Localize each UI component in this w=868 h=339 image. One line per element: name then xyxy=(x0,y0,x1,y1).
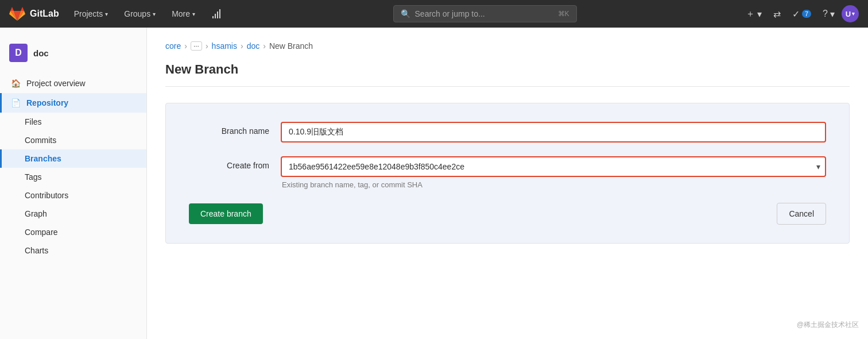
help-menu[interactable]: ? ▾ xyxy=(818,5,839,23)
projects-menu[interactable]: Projects ▾ xyxy=(68,6,114,22)
todo-icon[interactable]: ✓ 7 xyxy=(788,5,816,23)
create-from-input[interactable] xyxy=(281,156,826,177)
create-from-row: Create from ▾ Existing branch name, tag,… xyxy=(189,156,826,189)
chevron-down-icon: ▾ xyxy=(153,11,156,17)
svg-rect-1 xyxy=(215,14,216,18)
gitlab-wordmark: GitLab xyxy=(30,9,59,19)
breadcrumb: core › ··· › hsamis › doc › New Branch xyxy=(165,41,850,51)
create-from-hint: Existing branch name, tag, or commit SHA xyxy=(281,180,826,189)
search-bar[interactable]: 🔍 Search or jump to... ⌘K xyxy=(393,5,577,22)
todo-badge: 7 xyxy=(802,10,811,18)
project-header[interactable]: D doc xyxy=(0,37,146,69)
svg-rect-2 xyxy=(217,11,218,18)
svg-rect-0 xyxy=(212,16,214,18)
home-icon: 🏠 xyxy=(11,79,21,88)
repository-subnav: Files Commits Branches Tags Contributors… xyxy=(0,113,146,260)
sidebar-item-branches[interactable]: Branches xyxy=(0,149,146,168)
page-title: New Branch xyxy=(165,62,850,87)
create-from-field-container: ▾ xyxy=(281,156,826,177)
cancel-button[interactable]: Cancel xyxy=(777,203,826,225)
sidebar-navigation: 🏠 Project overview 📄 Repository Files Co… xyxy=(0,74,146,260)
watermark: @稀土掘金技术社区 xyxy=(797,320,859,330)
breadcrumb-separator: › xyxy=(184,41,187,51)
new-branch-form: Branch name Create from ▾ Existing branc… xyxy=(165,103,850,244)
chevron-down-icon: ▾ xyxy=(830,9,835,20)
branch-name-row: Branch name xyxy=(189,122,826,142)
breadcrumb-separator: › xyxy=(263,41,266,51)
branch-name-label: Branch name xyxy=(189,122,281,136)
search-icon: 🔍 xyxy=(401,9,410,18)
top-navigation: GitLab Projects ▾ Groups ▾ More ▾ 🔍 Sear… xyxy=(0,0,868,28)
activity-icon[interactable] xyxy=(206,5,228,23)
sidebar-item-tags[interactable]: Tags xyxy=(0,168,146,186)
groups-menu[interactable]: Groups ▾ xyxy=(118,6,161,22)
sidebar: D doc 🏠 Project overview 📄 Repository Fi… xyxy=(0,28,147,339)
more-menu[interactable]: More ▾ xyxy=(166,6,201,22)
project-avatar: D xyxy=(9,44,28,62)
create-from-label: Create from xyxy=(189,156,281,170)
sidebar-item-compare[interactable]: Compare xyxy=(0,223,146,241)
create-branch-button[interactable]: Create branch xyxy=(189,203,263,224)
gitlab-logo[interactable]: GitLab xyxy=(9,6,59,22)
merge-requests-icon[interactable]: ⇄ xyxy=(769,5,785,23)
chevron-down-icon: ▾ xyxy=(757,9,762,20)
sidebar-item-project-overview[interactable]: 🏠 Project overview xyxy=(0,74,146,93)
plus-icon: ＋ xyxy=(746,8,755,20)
sidebar-item-commits[interactable]: Commits xyxy=(0,131,146,149)
chevron-down-icon: ▾ xyxy=(105,11,108,17)
breadcrumb-current: New Branch xyxy=(269,41,313,51)
new-item-button[interactable]: ＋ ▾ xyxy=(741,5,766,24)
chevron-down-icon: ▾ xyxy=(852,11,855,17)
breadcrumb-core[interactable]: core xyxy=(165,41,181,51)
sidebar-item-charts[interactable]: Charts xyxy=(0,241,146,260)
breadcrumb-separator: › xyxy=(241,41,243,51)
svg-rect-3 xyxy=(219,9,220,18)
breadcrumb-doc[interactable]: doc xyxy=(247,41,260,51)
sidebar-item-repository[interactable]: 📄 Repository xyxy=(0,93,146,113)
create-from-input-wrap: ▾ Existing branch name, tag, or commit S… xyxy=(281,156,826,189)
branch-name-input-wrap xyxy=(281,122,826,142)
form-actions: Create branch Cancel xyxy=(189,203,826,225)
sidebar-item-files[interactable]: Files xyxy=(0,113,146,131)
breadcrumb-separator: › xyxy=(206,41,208,51)
search-placeholder: Search or jump to... xyxy=(415,9,485,18)
project-name: doc xyxy=(33,48,49,58)
breadcrumb-dots[interactable]: ··· xyxy=(191,41,202,51)
chevron-down-icon: ▾ xyxy=(192,11,195,17)
sidebar-item-contributors[interactable]: Contributors xyxy=(0,186,146,205)
main-content: core › ··· › hsamis › doc › New Branch N… xyxy=(147,28,868,339)
user-avatar[interactable]: U ▾ xyxy=(842,5,859,22)
branch-name-input[interactable] xyxy=(281,122,826,142)
sidebar-item-graph[interactable]: Graph xyxy=(0,205,146,223)
breadcrumb-hsamis[interactable]: hsamis xyxy=(212,41,237,51)
repository-icon: 📄 xyxy=(11,98,21,107)
